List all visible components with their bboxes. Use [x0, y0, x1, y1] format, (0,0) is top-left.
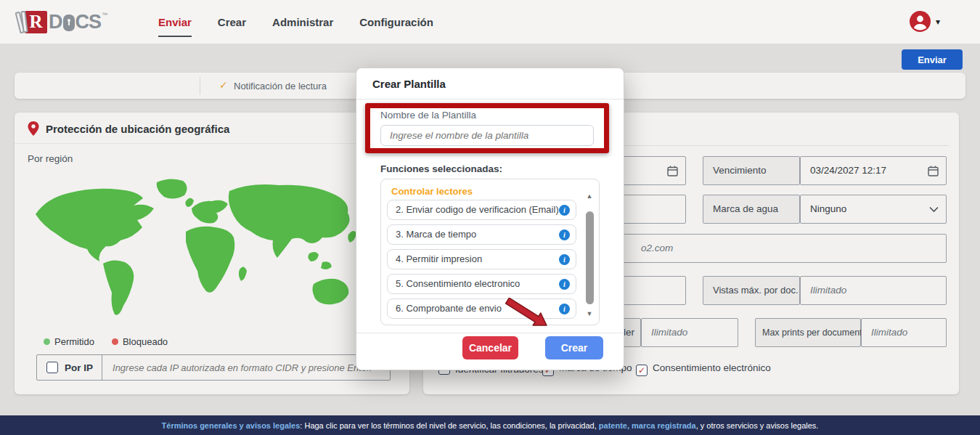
consent-checkbox[interactable]: ✓	[636, 365, 648, 376]
function-item[interactable]: 3. Marca de tiempoi	[387, 224, 576, 245]
max-prints-field[interactable]: Ilimitado	[861, 318, 947, 347]
legend-allowed: Permitido	[44, 336, 94, 347]
by-region-label: Por región	[28, 153, 73, 164]
chevron-down-icon[interactable]	[929, 206, 939, 213]
function-item[interactable]: 6. Comprobante de envioi	[387, 298, 576, 319]
max-prints-value: Ilimitado	[871, 319, 907, 346]
terms-link[interactable]: Términos generales y avisos legales	[162, 421, 301, 430]
patent-link[interactable]: patente, marca registrada	[599, 421, 696, 430]
chevron-down-icon[interactable]: ▾	[936, 17, 940, 27]
footer-text-end: , y otros servicios y avisos legales.	[696, 421, 819, 430]
nav-item-configuracion[interactable]: Configuración	[359, 16, 433, 28]
selected-functions-label: Funciones seleccionadas:	[380, 163, 502, 174]
nav-item-enviar[interactable]: Enviar	[158, 16, 192, 28]
calendar-icon[interactable]	[667, 166, 678, 176]
blocked-dot-icon	[112, 338, 118, 345]
create-button[interactable]: Crear	[545, 336, 603, 359]
function-item[interactable]: 5. Consentimiento electronicoi	[387, 274, 576, 294]
divider	[200, 77, 200, 94]
function-item-label: 5. Consentimiento electronico	[396, 278, 520, 289]
legend-blocked-label: Bloqueado	[123, 336, 168, 347]
max-prints-label: Max prints per document	[762, 319, 862, 346]
padlock-icon	[63, 15, 75, 31]
expiry-label-box: Vencimiento	[703, 156, 800, 185]
user-avatar-icon[interactable]	[910, 11, 931, 32]
legal-footer: Términos generales y avisos legales: Hag…	[0, 415, 980, 435]
function-item-label: 4. Permitir impresion	[396, 253, 482, 264]
scrollbar-thumb[interactable]	[586, 211, 594, 304]
expiry-label: Vencimiento	[713, 157, 767, 184]
info-icon[interactable]: i	[559, 205, 570, 216]
divider	[356, 99, 624, 99]
nav-item-administrar[interactable]: Administrar	[272, 16, 333, 28]
calendar-icon[interactable]	[928, 166, 939, 176]
by-ip-label: Por IP	[65, 362, 93, 373]
geo-protection-panel: Protección de ubicación geográfica Por r…	[15, 113, 409, 394]
expiry-value: 03/24/2027 12:17	[810, 157, 886, 184]
main-nav: Enviar Crear Administrar Configuración	[158, 0, 433, 44]
divider	[356, 333, 624, 333]
cancel-button[interactable]: Cancelar	[462, 336, 518, 359]
divider	[15, 143, 409, 144]
info-icon[interactable]: i	[559, 229, 570, 240]
group-label: Controlar lectores	[391, 186, 473, 197]
world-map[interactable]	[25, 169, 382, 332]
expiry-field[interactable]: 03/24/2027 12:17	[800, 156, 947, 185]
watermark-value: Ninguno	[810, 195, 846, 223]
logo-letters-cs: CS	[75, 11, 102, 33]
template-name-input[interactable]	[380, 125, 594, 146]
reader-limit-field[interactable]: Ilimitado	[641, 318, 738, 347]
info-icon[interactable]: i	[559, 254, 570, 265]
read-notification-label: Notificación de lectura	[234, 81, 327, 92]
location-pin-icon	[28, 121, 39, 136]
logo-letter-d: D	[49, 11, 62, 33]
recipient-email-fragment: o2.com	[641, 235, 673, 262]
selected-functions-list: Controlar lectores 2. Enviar codigo de v…	[380, 179, 600, 325]
logo-pages-icon	[17, 9, 29, 34]
max-views-label: Vistas máx. por doc.	[713, 277, 799, 304]
watermark-select[interactable]: Ninguno	[800, 195, 947, 224]
by-ip-checkbox[interactable]	[46, 362, 58, 373]
footer-text: : Haga clic para ver los términos del ni…	[300, 421, 598, 430]
info-icon[interactable]: i	[559, 279, 570, 290]
check-icon: ✓	[219, 79, 228, 91]
function-item-label: 3. Marca de tiempo	[396, 229, 476, 240]
geo-panel-title: Protección de ubicación geográfica	[46, 123, 229, 135]
scroll-down-icon[interactable]: ▼	[585, 310, 594, 317]
create-template-modal: Crear Plantilla Nombre de la Plantilla F…	[356, 68, 624, 370]
trademark-symbol: ™	[102, 12, 107, 18]
legend-allowed-label: Permitido	[54, 336, 94, 347]
ip-input[interactable]	[102, 362, 390, 373]
max-views-field[interactable]: Ilimitado	[800, 276, 947, 305]
nav-item-crear[interactable]: Crear	[218, 16, 246, 28]
by-ip-row: Por IP	[36, 354, 391, 381]
template-name-label: Nombre de la Plantilla	[380, 110, 476, 121]
function-item-label: 6. Comprobante de envio	[396, 303, 502, 314]
function-item-label: 2. Enviar codigo de verificacion (Email)	[396, 204, 559, 215]
modal-title: Crear Plantilla	[372, 78, 446, 90]
app-logo: R DCS ™	[17, 7, 107, 36]
function-item[interactable]: 4. Permitir impresioni	[387, 249, 576, 269]
max-prints-label-box: Max prints per document	[755, 318, 861, 347]
info-icon[interactable]: i	[559, 304, 570, 314]
function-item[interactable]: 2. Enviar codigo de verificacion (Email)…	[387, 200, 576, 220]
app-header: R DCS ™ Enviar Crear Administrar Configu…	[0, 0, 980, 44]
map-legend: Permitido Bloqueado	[44, 336, 168, 347]
allowed-dot-icon	[44, 338, 50, 345]
consent-checkbox-group: ✓Consentimiento electrónico	[636, 363, 771, 376]
logo-wordmark: DCS	[49, 11, 101, 33]
consent-label: Consentimiento electrónico	[653, 362, 771, 373]
send-button[interactable]: Enviar	[902, 49, 963, 70]
watermark-label: Marca de agua	[713, 195, 778, 223]
watermark-label-box: Marca de agua	[703, 195, 800, 224]
max-views-value: Ilimitado	[810, 277, 846, 304]
reader-limit-value: Ilimitado	[651, 319, 687, 346]
user-menu[interactable]: ▾	[910, 11, 940, 32]
list-scrollbar[interactable]: ▲ ▼	[585, 192, 594, 317]
legend-blocked: Bloqueado	[112, 336, 168, 347]
max-views-label-box: Vistas máx. por doc.	[703, 276, 800, 305]
scroll-up-icon[interactable]: ▲	[585, 192, 594, 200]
